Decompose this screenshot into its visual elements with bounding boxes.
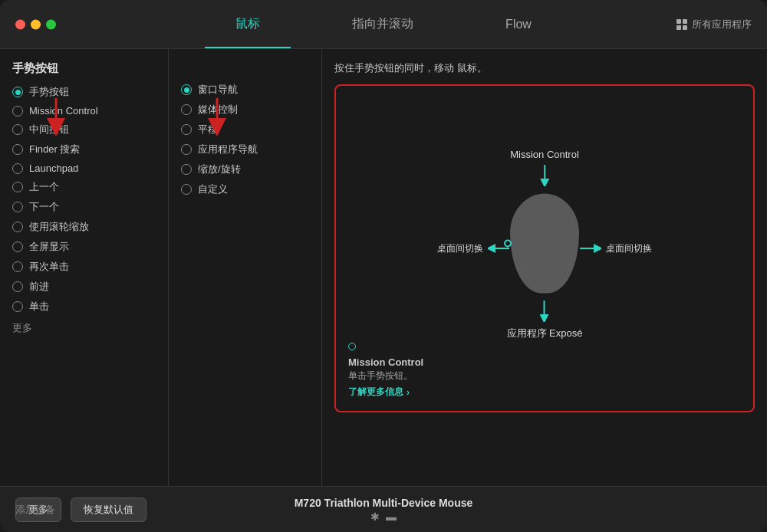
close-button[interactable] [15, 19, 25, 29]
list-item-next[interactable]: 下一个 [0, 197, 168, 217]
list-item-forward[interactable]: 前进 [0, 277, 168, 297]
tab-scroll[interactable]: 指向并滚动 [306, 0, 459, 48]
description-text: 按住手势按钮的同时，移动 鼠标。 [334, 61, 755, 75]
main-content: 手势按钮 手势按钮 Mission Control 中间按钮 Finder 搜索… [0, 49, 767, 486]
list-item-custom[interactable]: 自定义 [169, 179, 321, 199]
list-item-window-nav[interactable]: 窗口导航 [169, 80, 321, 100]
right-panel: 按住手势按钮的同时，移动 鼠标。 Mission Control [322, 49, 767, 486]
label-bottom: 应用程序 Exposé [507, 300, 583, 340]
device-name: M720 Triathlon Multi-Device Mouse [295, 497, 473, 509]
grid-icon [676, 19, 687, 30]
radio-gesture-btn[interactable] [12, 87, 23, 97]
list-item-app-nav[interactable]: 应用程序导航 [169, 140, 321, 159]
tab-mouse[interactable]: 鼠标 [189, 0, 306, 48]
arrow-up-icon [537, 165, 552, 186]
radio-finder[interactable] [12, 144, 23, 155]
add-device-label[interactable]: 添加设备 [15, 503, 55, 517]
maximize-button[interactable] [46, 19, 56, 29]
label-top: Mission Control [510, 149, 579, 186]
radio-custom[interactable] [181, 184, 192, 195]
mouse-diagram-box: Mission Control 桌面间切换 [334, 84, 755, 412]
list-item-reclick[interactable]: 再次单击 [0, 257, 168, 277]
middle-panel: 窗口导航 媒体控制 平移 应用程序导航 缩放/旋转 自定义 [169, 49, 322, 486]
section-title: 手势按钮 [0, 61, 168, 82]
more-link[interactable]: 更多 [0, 317, 168, 340]
radio-click[interactable] [12, 301, 23, 312]
traffic-lights [15, 19, 56, 29]
list-item-zoom-rotate[interactable]: 缩放/旋转 [169, 159, 321, 179]
list-item-gesture-btn[interactable]: 手势按钮 [0, 82, 168, 102]
list-item-fullscreen[interactable]: 全屏显示 [0, 237, 168, 257]
minimize-button[interactable] [31, 19, 41, 29]
list-item-mission-control[interactable]: Mission Control [0, 102, 168, 120]
radio-window-nav[interactable] [181, 84, 192, 95]
diagram-info: Mission Control 单击手势按钮。 了解更多信息 › [348, 343, 423, 399]
battery-icon: ▬ [386, 511, 397, 523]
radio-launchpad[interactable] [12, 163, 23, 174]
list-item-prev[interactable]: 上一个 [0, 177, 168, 197]
mouse-shape [510, 194, 579, 294]
title-bar: 鼠标 指向并滚动 Flow 所有应用程序 [0, 0, 767, 49]
radio-app-nav[interactable] [181, 144, 192, 155]
mouse-diagram: Mission Control 桌面间切换 [430, 141, 660, 356]
info-title: Mission Control [348, 356, 423, 368]
info-dot [348, 343, 356, 350]
radio-media-ctrl[interactable] [181, 104, 192, 115]
list-item-click[interactable]: 单击 [0, 297, 168, 317]
radio-prev[interactable] [12, 182, 23, 192]
list-item-pan[interactable]: 平移 [169, 120, 321, 140]
radio-mission-control[interactable] [12, 106, 23, 117]
list-item-launchpad[interactable]: Launchpad [0, 159, 168, 177]
radio-middle-btn[interactable] [12, 124, 23, 135]
tab-bar: 鼠标 指向并滚动 Flow [15, 0, 752, 48]
radio-reclick[interactable] [12, 261, 23, 272]
radio-zoom-rotate[interactable] [181, 164, 192, 175]
more-info-link[interactable]: 了解更多信息 › [348, 386, 423, 399]
radio-forward[interactable] [12, 281, 23, 292]
bluetooth-icon: ✱ [370, 511, 380, 523]
list-item-scroll-zoom[interactable]: 使用滚轮缩放 [0, 217, 168, 237]
all-apps-button[interactable]: 所有应用程序 [676, 18, 752, 31]
list-item-middle-btn[interactable]: 中间按钮 [0, 120, 168, 140]
list-item-media-ctrl[interactable]: 媒体控制 [169, 100, 321, 120]
label-right: 桌面间切换 [577, 241, 652, 255]
bottom-bar: 更多 恢复默认值 M720 Triathlon Multi-Device Mou… [0, 486, 767, 532]
tab-flow[interactable]: Flow [459, 0, 578, 48]
info-desc: 单击手势按钮。 [348, 369, 423, 383]
arrow-left-icon [488, 241, 512, 255]
arrow-down-icon [537, 300, 552, 322]
list-item-finder[interactable]: Finder 搜索 [0, 140, 168, 159]
radio-scroll-zoom[interactable] [12, 222, 23, 232]
left-panel: 手势按钮 手势按钮 Mission Control 中间按钮 Finder 搜索… [0, 49, 169, 486]
radio-fullscreen[interactable] [12, 241, 23, 252]
device-icons: ✱ ▬ [295, 511, 473, 523]
radio-pan[interactable] [181, 124, 192, 135]
arrow-right-icon [577, 241, 601, 255]
reset-button[interactable]: 恢复默认值 [71, 498, 146, 522]
radio-next[interactable] [12, 202, 23, 212]
device-info: M720 Triathlon Multi-Device Mouse ✱ ▬ [295, 497, 473, 523]
label-left: 桌面间切换 [437, 241, 512, 255]
